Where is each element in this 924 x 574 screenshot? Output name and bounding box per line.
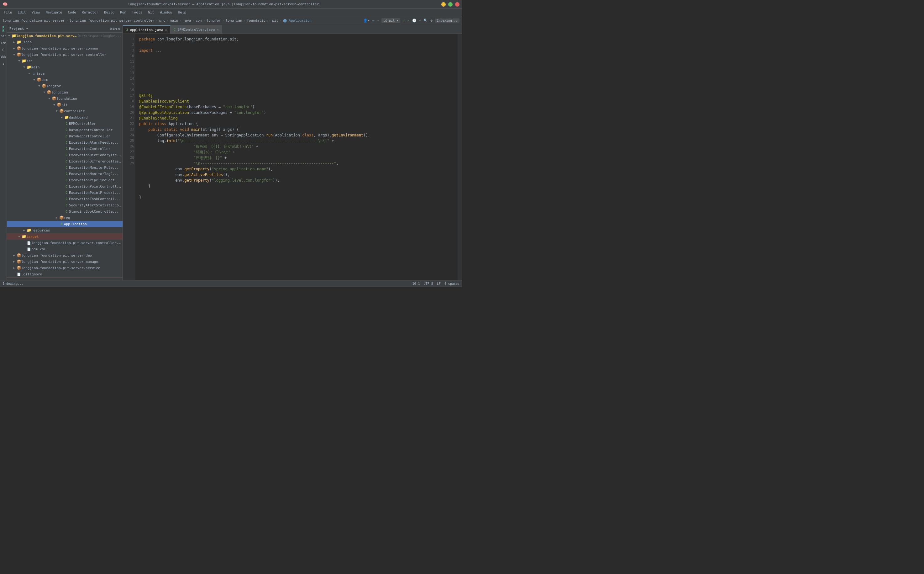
status-line-col[interactable]: 16:1 [412, 282, 420, 285]
code-line-17: public static void main(String[] args) { [139, 127, 454, 132]
git-undo-icon[interactable]: ↩ [419, 19, 421, 22]
commit-icon[interactable]: Com [1, 40, 6, 46]
tree-longjian[interactable]: ▼ 📦 longjian [7, 89, 123, 95]
tree-excavation-alarm[interactable]: C ExcavationAlarmFeedba... [7, 139, 123, 145]
tree-controller-pkg[interactable]: ▼ 📦 controller [7, 108, 123, 114]
favorites-icon[interactable]: ★ [1, 61, 6, 66]
tree-excavation-pipeline[interactable]: C ExcavationPipelineSect... [7, 177, 123, 183]
gear-icon[interactable]: ⚙ [431, 19, 432, 22]
code-line-7 [139, 70, 454, 76]
tab-bpm-close[interactable]: ✕ [217, 28, 218, 32]
tree-idea[interactable]: ▶ 📁 .idea [7, 39, 123, 45]
structure-icon[interactable]: Str [1, 33, 6, 39]
tree-longfor[interactable]: ▼ 📦 longfor [7, 83, 123, 89]
project-view-icon[interactable]: PR [1, 26, 6, 32]
user-icon[interactable]: 👤▾ [363, 19, 370, 22]
breadcrumb-longjian[interactable]: longjian [226, 19, 242, 22]
collapse-all-icon[interactable]: ≡ [113, 27, 115, 31]
status-indent[interactable]: 4 spaces [445, 282, 459, 285]
tree-security-alert[interactable]: C SecurityAlertStatisticCo... [7, 202, 123, 208]
maximize-button[interactable] [448, 2, 453, 6]
tab-bpm-controller[interactable]: C BPMController.java ✕ [171, 25, 222, 33]
tree-resources[interactable]: ▶ 📁 resources [7, 227, 123, 233]
menu-build[interactable]: Build [102, 10, 117, 15]
menu-code[interactable]: Code [65, 10, 79, 15]
tree-excavation-task[interactable]: C ExcavationTaskControll... [7, 196, 123, 202]
menu-refactor[interactable]: Refactor [79, 10, 101, 15]
tree-excavation-monitor-tag[interactable]: C ExcavationMonitorTagC... [7, 170, 123, 177]
tree-src[interactable]: ▼ 📁 src [7, 58, 123, 64]
breadcrumb-server[interactable]: longjian-foundation-pit-server [3, 19, 65, 22]
indexing-status: Indexing... [435, 19, 459, 22]
menu-edit[interactable]: Edit [15, 10, 29, 15]
tree-excavation-controller[interactable]: C ExcavationController [7, 145, 123, 152]
tab-application-close[interactable]: ✕ [165, 28, 167, 32]
menu-run[interactable]: Run [118, 10, 129, 15]
git-clock-icon[interactable]: 🕐 [412, 19, 416, 22]
tree-java[interactable]: ▼ ☕ java [7, 70, 123, 77]
status-line-sep[interactable]: LF [437, 282, 441, 285]
tree-controller-module[interactable]: ▼ 📦 longjian-foundation-pit-server-contr… [7, 52, 123, 58]
tree-dashboard[interactable]: ▶ 📁 dashboard [7, 114, 123, 120]
tree-excavation-difference[interactable]: C ExcavationDifferenceltes... [7, 158, 123, 164]
minimize-button[interactable] [441, 2, 446, 6]
menu-tools[interactable]: Tools [129, 10, 145, 15]
nav-back-btn[interactable]: ← [372, 19, 374, 22]
tree-application-class[interactable]: A Application [7, 221, 123, 227]
line-numbers: 1 2 3 10 11 12 13 14 15 16 17 18 19 20 [123, 34, 135, 280]
breadcrumb-src[interactable]: src [159, 19, 165, 22]
code-line-14: @SpringBootApplication(scanBasePackages … [139, 110, 454, 115]
tree-pit[interactable]: ▼ 📦 pit [7, 102, 123, 108]
menu-help[interactable]: Help [176, 10, 189, 15]
tree-root[interactable]: ▼ 📁 longjian-foundation-pit-server D:\Wo… [7, 33, 123, 39]
locate-icon[interactable]: ⊕ [110, 27, 112, 31]
web-icon[interactable]: Web [1, 54, 6, 60]
main-layout: PR Str Com G Web ★ Project ▾ ⊕ ≡ ⇅ ⚙ ▼ 📁… [0, 25, 462, 280]
tree-data-operate[interactable]: C DataOperateController [7, 127, 123, 133]
tree-common-module[interactable]: ▶ 📦 longjian-foundation-pit-server-commo… [7, 45, 123, 52]
git-branch-badge[interactable]: ⎇ pit ▾ [382, 18, 400, 23]
code-content[interactable]: package com.longfor.longjian.foundation.… [135, 34, 457, 280]
search-icon[interactable]: 🔍 [423, 19, 428, 22]
tree-excavation-dictionary[interactable]: C ExcavationDictionaryIte... [7, 152, 123, 158]
tree-excavation-monitor-rule[interactable]: C ExcavationMonitorRule... [7, 164, 123, 170]
breadcrumb-com[interactable]: com [196, 19, 202, 22]
tree-scrollbar[interactable] [7, 278, 123, 280]
menu-window[interactable]: Window [157, 10, 175, 15]
tree-main[interactable]: ▼ 📁 main [7, 64, 123, 70]
code-line-11: @Slf4j [139, 93, 454, 98]
sort-icon[interactable]: ⇅ [115, 27, 118, 31]
breadcrumb-foundation[interactable]: foundation [247, 19, 267, 22]
tree-standing-book[interactable]: C StandingBookControlle... [7, 208, 123, 214]
tree-service-module[interactable]: ▶ 📦 longjian-foundation-pit-server-servi… [7, 265, 123, 271]
breadcrumb-main[interactable]: main [170, 19, 178, 22]
breadcrumb-java[interactable]: java [183, 19, 191, 22]
breadcrumb-controller-module[interactable]: longjian-foundation-pit-server-controlle… [69, 19, 154, 22]
tab-application-java[interactable]: J Application.java ✕ [123, 25, 171, 33]
tree-iml-file[interactable]: 📄 longjian-foundation-pit-server-control… [7, 240, 123, 246]
menu-file[interactable]: File [1, 10, 15, 15]
tree-data-report[interactable]: C DataReportController [7, 133, 123, 139]
breadcrumb-application[interactable]: ⬤ Application [283, 19, 311, 22]
tree-excavation-point-ctrl[interactable]: C ExcavationPointControll... [7, 183, 123, 189]
tree-pom-controller[interactable]: 📄 pom.xml [7, 246, 123, 252]
tree-excavation-point-prop[interactable]: C ExcavationPointPropert... [7, 189, 123, 196]
menu-navigate[interactable]: Navigate [43, 10, 65, 15]
tree-bpm-controller[interactable]: C BPMController [7, 120, 123, 127]
tree-com[interactable]: ▼ 📦 com [7, 77, 123, 83]
tree-manager-module[interactable]: ▶ 📦 longjian-foundation-pit-server-manag… [7, 259, 123, 265]
tree-dao-module[interactable]: ▶ 📦 longjian-foundation-pit-server-dao [7, 252, 123, 259]
settings-icon[interactable]: ⚙ [118, 27, 120, 31]
tree-req-pkg[interactable]: ▶ 📦 req [7, 214, 123, 221]
git-icon[interactable]: G [1, 47, 6, 53]
close-button[interactable] [455, 2, 459, 6]
menu-git[interactable]: Git [145, 10, 157, 15]
breadcrumb-longfor[interactable]: longfor [207, 19, 221, 22]
breadcrumb-pit[interactable]: pit [272, 19, 278, 22]
menu-view[interactable]: View [29, 10, 42, 15]
nav-forward-btn[interactable]: → [377, 19, 379, 22]
status-encoding[interactable]: UTF-8 [424, 282, 433, 285]
tree-gitignore[interactable]: 📄 .gitignore [7, 271, 123, 277]
tree-foundation[interactable]: ▼ 📦 foundation [7, 95, 123, 102]
tree-target[interactable]: ▼ 📁 target [7, 233, 123, 240]
